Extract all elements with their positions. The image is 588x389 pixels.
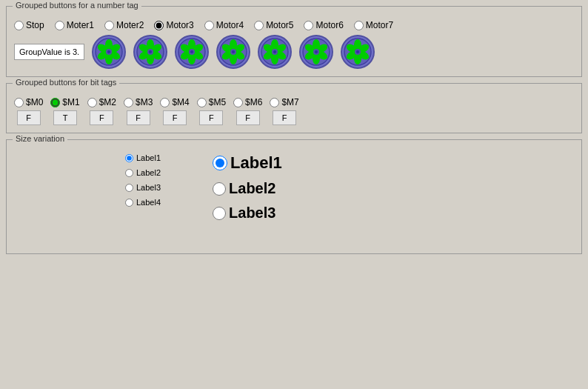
bit-item-5: $M5F [197, 97, 226, 125]
section1-radio-6[interactable] [304, 21, 313, 30]
section1-radio-label-5: Motor5 [266, 20, 293, 30]
size-left: Label1Label2Label3Label4 [125, 153, 161, 222]
size-right-radio-1[interactable] [213, 182, 226, 196]
bit-item-1: $M1T [50, 97, 79, 125]
bit-label-2: $M2 [99, 97, 116, 107]
section1-radio-item: Stop [14, 20, 44, 30]
size-right-item-0: Label1 [213, 153, 282, 173]
section3-groupbox: Size variation Label1Label2Label3Label4 … [6, 139, 582, 254]
bit-label-0: $M0 [26, 97, 43, 107]
section1-radio-label-0: Stop [26, 20, 44, 30]
bit-radio-0[interactable] [14, 98, 24, 107]
size-right-label-0: Label1 [230, 153, 282, 173]
section1-radio-item: Motor3 [154, 20, 193, 30]
size-left-item-2: Label3 [125, 183, 161, 192]
section2-groupbox: Grouped buttons for bit tags $M0F$M1T$M2… [6, 83, 582, 133]
motor-circle-6 [341, 35, 375, 69]
bit-value-7: F [273, 110, 296, 125]
size-left-radio-0[interactable] [125, 154, 133, 162]
svg-point-8 [107, 50, 110, 53]
section1-radio-label-2: Moter2 [116, 20, 144, 30]
motor-circle-5 [299, 35, 333, 69]
size-right-radio-0[interactable] [213, 156, 227, 170]
section1-radio-label-6: Motor6 [315, 20, 343, 30]
bit-item-3: $M3F [124, 97, 153, 125]
section1-radio-item: Moter2 [104, 20, 144, 30]
bit-label-7: $M7 [281, 97, 298, 107]
bit-label-5: $M5 [209, 97, 226, 107]
section3-title: Size variation [13, 134, 67, 143]
svg-point-26 [190, 50, 193, 53]
bit-radio-row-2: $M2 [87, 97, 116, 107]
section1-radio-2[interactable] [104, 21, 114, 30]
size-right: Label1Label2Label3 [213, 153, 282, 222]
bit-radio-row-5: $M5 [197, 97, 226, 107]
size-left-label-0: Label1 [136, 153, 161, 162]
motor-circle-2 [175, 35, 209, 69]
size-right-radio-2[interactable] [213, 207, 226, 220]
bit-radio-row-1: $M1 [50, 97, 79, 107]
bit-radio-row-3: $M3 [124, 97, 153, 107]
size-left-label-2: Label3 [136, 183, 161, 192]
section1-title: Grouped buttons for a number tag [13, 1, 141, 10]
section1-radio-4[interactable] [204, 21, 214, 30]
motor-circle-0 [92, 35, 126, 69]
size-left-radio-1[interactable] [125, 169, 133, 177]
bit-radio-7[interactable] [270, 98, 279, 107]
motor-circle-4 [258, 35, 292, 69]
bit-item-4: $M4F [160, 97, 189, 125]
size-left-item-1: Label2 [125, 168, 161, 177]
bit-radio-6[interactable] [233, 98, 243, 107]
section2-title: Grouped buttons for bit tags [13, 78, 119, 87]
section1-radio-item: Motor6 [304, 20, 343, 30]
bit-label-6: $M6 [245, 97, 262, 107]
section1-radio-label-7: Motor7 [366, 20, 393, 30]
bit-radio-1[interactable] [50, 98, 60, 107]
size-right-label-1: Label2 [229, 180, 275, 197]
section1-radio-7[interactable] [354, 21, 364, 30]
bit-radio-row-0: $M0 [14, 97, 43, 107]
bit-radio-row-4: $M4 [160, 97, 189, 107]
section1-radio-0[interactable] [14, 21, 24, 30]
section1-radio-item: Motor5 [254, 20, 293, 30]
bit-radio-4[interactable] [160, 98, 170, 107]
section1-radio-label-4: Motor4 [216, 20, 244, 30]
bit-label-4: $M4 [172, 97, 189, 107]
motor-circle-3 [216, 35, 250, 69]
size-left-radio-3[interactable] [125, 199, 133, 207]
bit-radio-row-6: $M6 [233, 97, 262, 107]
section1-radio-label-3: Motor3 [166, 20, 193, 30]
bit-label-1: $M1 [62, 97, 79, 107]
bit-item-2: $M2F [87, 97, 116, 125]
size-left-label-1: Label2 [136, 168, 161, 177]
section1-radio-1[interactable] [55, 21, 64, 30]
bit-row: $M0F$M1T$M2F$M3F$M4F$M5F$M6F$M7F [14, 97, 574, 125]
section1-radio-label-1: Moter1 [67, 20, 94, 30]
bit-value-6: F [236, 110, 260, 125]
section1-radio-item: Motor4 [204, 20, 244, 30]
bit-radio-5[interactable] [197, 98, 207, 107]
svg-point-62 [356, 50, 359, 53]
size-left-radio-2[interactable] [125, 184, 133, 192]
bit-radio-row-7: $M7 [270, 97, 298, 107]
section1-radio-5[interactable] [254, 21, 264, 30]
bit-radio-2[interactable] [87, 98, 97, 107]
bit-item-6: $M6F [233, 97, 262, 125]
size-right-item-1: Label2 [213, 180, 282, 197]
size-right-label-2: Label3 [229, 205, 275, 222]
section1-radio-row: StopMoter1Moter2Motor3Motor4Motor5Motor6… [14, 20, 574, 30]
size-right-item-2: Label3 [213, 205, 282, 222]
bit-item-7: $M7F [270, 97, 298, 125]
motor-circle-1 [133, 35, 167, 69]
section1-radio-item: Moter1 [55, 20, 94, 30]
bit-value-5: F [199, 110, 223, 125]
bit-value-4: F [163, 110, 187, 125]
bit-item-0: $M0F [14, 97, 43, 125]
group-value-box: GroupValue is 3. [14, 44, 84, 60]
bit-radio-3[interactable] [124, 98, 133, 107]
section1-radio-3[interactable] [154, 21, 164, 30]
bit-value-2: F [90, 110, 113, 125]
svg-point-53 [315, 50, 318, 53]
bit-value-1: T [53, 110, 77, 125]
section1-radio-item: Motor7 [354, 20, 393, 30]
